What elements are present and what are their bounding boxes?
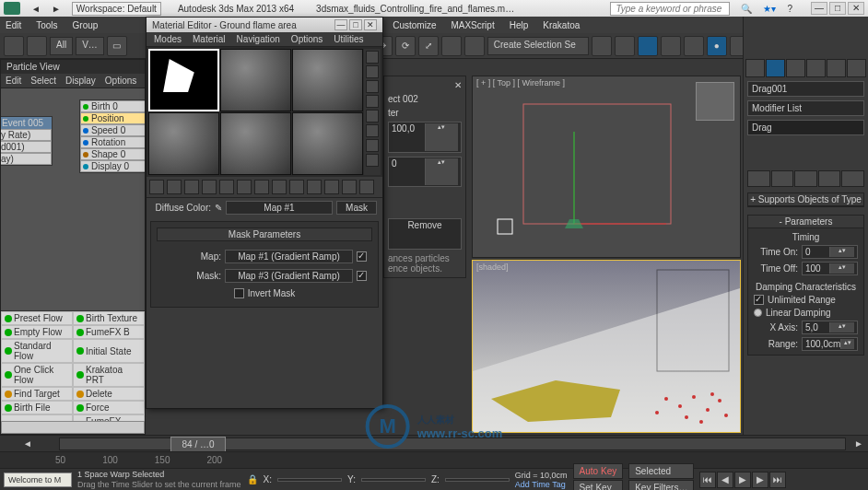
depot-item[interactable]: Birth File	[1, 401, 73, 414]
mat-id-icon[interactable]	[272, 180, 287, 194]
event-row[interactable]: ay)	[1, 153, 52, 165]
rollout-header[interactable]: - Parameters	[748, 216, 863, 228]
menu-group[interactable]: Group	[73, 20, 99, 30]
display-tab-icon[interactable]	[827, 59, 846, 77]
invert-mask-checkbox[interactable]	[234, 288, 244, 298]
menu-krakatoa[interactable]: Krakatoa	[543, 20, 580, 30]
snap-icon[interactable]	[441, 36, 462, 56]
video-check-icon[interactable]	[366, 110, 379, 122]
preview-icon[interactable]	[366, 124, 379, 137]
event-node-2[interactable]: Birth 0 Position Speed 0 Rotation Shape …	[79, 99, 145, 173]
depot-item[interactable]: FumeFX Follo	[73, 414, 145, 421]
pv-menu-display[interactable]: Display	[65, 76, 96, 86]
pv-menu-options[interactable]: Options	[105, 76, 136, 86]
named-selection-set[interactable]: Create Selection Se	[487, 37, 589, 55]
depot-item[interactable]: Krakatoa PRT	[73, 363, 145, 387]
link-icon[interactable]	[4, 36, 24, 56]
event-row-selected[interactable]: Position	[80, 112, 145, 124]
coord-z-input[interactable]	[445, 478, 510, 482]
select-icon[interactable]: ▭	[107, 36, 127, 56]
me-menu-material[interactable]: Material	[193, 34, 226, 44]
event-node-1[interactable]: Event 005 y Rate) d001) ay)	[1, 116, 53, 166]
menu-help[interactable]: Help	[510, 20, 529, 30]
time-off-spinner[interactable]: 100▴▾	[802, 262, 858, 275]
me-menu-utilities[interactable]: Utilities	[334, 34, 363, 44]
close-button[interactable]: ✕	[848, 2, 864, 15]
pv-menu-edit[interactable]: Edit	[6, 76, 21, 86]
add-time-tag[interactable]: Add Time Tag	[515, 480, 568, 489]
menu-maxscript[interactable]: MAXScript	[451, 20, 494, 30]
show-in-vp-icon[interactable]	[289, 180, 304, 194]
dialog-close-icon[interactable]: ✕	[388, 80, 462, 90]
go-forward-icon[interactable]	[342, 180, 357, 194]
event-row[interactable]: Birth 0	[80, 100, 145, 112]
make-unique-stack-icon[interactable]	[794, 170, 817, 187]
put-to-scene-icon[interactable]	[167, 180, 182, 194]
eyedropper-icon[interactable]: ✎	[215, 203, 222, 213]
unlink-icon[interactable]	[27, 36, 47, 56]
event-row[interactable]: d001)	[1, 141, 52, 153]
mask-slot-button[interactable]: Map #3 (Gradient Ramp)	[225, 269, 353, 283]
motion-tab-icon[interactable]	[806, 59, 826, 77]
event-row[interactable]: Speed 0	[80, 124, 145, 136]
mask-enable-checkbox[interactable]	[357, 271, 367, 281]
unlimited-range-checkbox[interactable]	[754, 295, 764, 305]
back-icon[interactable]: ◄	[31, 4, 41, 14]
help-icon[interactable]: 🔍	[741, 4, 752, 14]
me-menu-options[interactable]: Options	[291, 34, 323, 44]
depot-item[interactable]: Empty Flow	[1, 325, 73, 339]
depot-item[interactable]: Delete	[73, 387, 145, 401]
menu-edit[interactable]: Edit	[6, 20, 21, 30]
depot-item[interactable]: Find Target	[1, 387, 73, 401]
modifier-stack[interactable]: Drag	[747, 120, 864, 135]
time-slider-next[interactable]: ►	[850, 438, 868, 449]
maxscript-listener[interactable]: Welcome to M	[4, 472, 72, 487]
modify-tab-icon[interactable]	[766, 59, 785, 77]
material-slot-3[interactable]	[292, 49, 363, 111]
play-icon[interactable]: ▶	[734, 472, 751, 488]
pin-stack-icon[interactable]	[747, 170, 770, 187]
show-end-result-icon[interactable]	[771, 170, 794, 187]
map-slot-button[interactable]: Map #1 (Gradient Ramp)	[225, 250, 353, 263]
goto-end-icon[interactable]: ⏭	[769, 472, 786, 488]
backlight-icon[interactable]	[366, 65, 379, 78]
key-selected-dropdown[interactable]: Selected	[628, 463, 694, 479]
object-name-input[interactable]: Drag001	[747, 81, 864, 97]
modifier-list-dropdown[interactable]: Modifier List	[747, 100, 864, 116]
depot-item[interactable]: Force	[73, 401, 145, 414]
sample-type-icon[interactable]	[366, 51, 379, 64]
depot-item[interactable]: Birth Texture	[73, 311, 145, 325]
sign-in-link[interactable]: ★▾	[763, 4, 776, 14]
configure-sets-icon[interactable]	[841, 170, 864, 187]
depot-item[interactable]: Standard Flow	[1, 339, 73, 363]
assign-icon[interactable]	[184, 180, 199, 194]
rollout-header[interactable]: + Supports Objects of Type	[748, 193, 863, 206]
event-row[interactable]: Shape 0	[80, 148, 145, 160]
create-tab-icon[interactable]	[745, 59, 765, 77]
coord-x-input[interactable]	[277, 478, 342, 482]
range-spinner[interactable]: 100,0cm▴▾	[802, 337, 858, 351]
time-slider-prev[interactable]: ◄	[0, 438, 55, 449]
rollout-header[interactable]: Mask Parameters	[157, 228, 372, 241]
me-menu-navigation[interactable]: Navigation	[237, 34, 280, 44]
goto-start-icon[interactable]: ⏮	[699, 472, 716, 488]
layer-icon[interactable]	[638, 36, 658, 56]
me-close-button[interactable]: ✕	[364, 19, 377, 30]
fwd-icon[interactable]: ►	[52, 4, 61, 14]
depot-item[interactable]: One Click Flow	[1, 363, 73, 387]
pv-menu-select[interactable]: Select	[30, 76, 56, 86]
schematic-icon[interactable]	[684, 36, 704, 56]
rotate-icon[interactable]: ⟳	[395, 36, 416, 56]
scale-icon[interactable]: ⤢	[418, 36, 439, 56]
set-key-button[interactable]: Set Key	[573, 480, 624, 490]
time-slider-track[interactable]: 84 / …0	[59, 438, 846, 450]
coord-y-input[interactable]	[361, 478, 426, 482]
map-enable-checkbox[interactable]	[357, 251, 367, 262]
particle-graph[interactable]: Event 005 y Rate) d001) ay) Birth 0 Posi…	[1, 88, 145, 310]
minimize-button[interactable]: —	[811, 2, 827, 15]
menu-tools[interactable]: Tools	[36, 20, 57, 30]
map-type-button[interactable]: Mask	[336, 201, 377, 215]
material-slot-6[interactable]	[292, 112, 363, 175]
viewport-top[interactable]: [ + ] [ Top ] [ Wireframe ]	[472, 76, 741, 258]
align-icon[interactable]	[615, 36, 635, 56]
